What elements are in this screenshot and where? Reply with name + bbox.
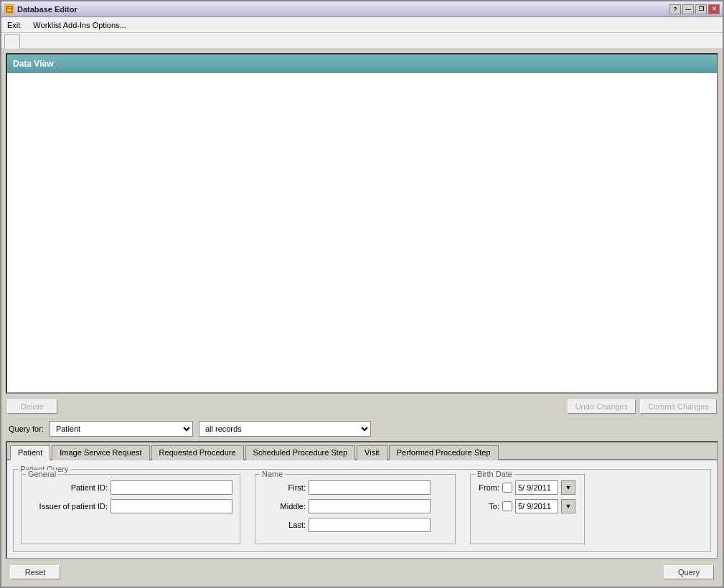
commit-button[interactable]: Commit Changes xyxy=(640,399,717,414)
first-label: First: xyxy=(263,483,306,492)
general-legend: General xyxy=(26,470,58,478)
window-controls: ? — ❐ ✕ xyxy=(669,4,720,14)
patient-id-input[interactable] xyxy=(111,480,232,495)
query-records-select[interactable]: all records selected records xyxy=(199,421,371,437)
action-bar: Delete Undo Changes Commit Changes xyxy=(6,397,718,417)
title-bar: Database Editor ? — ❐ ✕ xyxy=(1,1,723,17)
from-date-checkbox[interactable] xyxy=(502,483,512,493)
issuer-label: Issuer of patient ID: xyxy=(29,502,108,511)
patient-form-grid: General Patient ID: Issuer of patient ID… xyxy=(21,474,703,544)
patient-id-row: Patient ID: xyxy=(29,480,232,495)
app-icon xyxy=(4,4,14,14)
from-label: From: xyxy=(478,483,499,492)
reset-button[interactable]: Reset xyxy=(10,565,60,579)
query-tabs-panel: Patient Image Service Request Requested … xyxy=(6,441,718,559)
help-button[interactable]: ? xyxy=(669,4,681,14)
query-row: Query for: Patient Image Service Request… xyxy=(6,419,718,438)
query-button[interactable]: Query xyxy=(664,565,714,579)
action-bar-right: Undo Changes Commit Changes xyxy=(568,399,717,414)
last-name-row: Last: xyxy=(263,518,448,532)
last-name-input[interactable] xyxy=(309,518,431,532)
patient-id-label: Patient ID: xyxy=(29,483,108,492)
birth-date-section: Birth Date From: 5/ 9/2011 ▼ To: 5/ 9/20… xyxy=(470,474,585,544)
last-label: Last: xyxy=(263,521,306,529)
data-view-header: Data View xyxy=(7,54,717,73)
middle-label: Middle: xyxy=(263,502,306,511)
patient-query-group: Patient Query General Patient ID: Issuer… xyxy=(13,469,711,552)
tab-requested-procedure[interactable]: Requested Procedure xyxy=(151,445,244,460)
minimize-button[interactable]: — xyxy=(682,4,694,14)
delete-button[interactable]: Delete xyxy=(7,399,57,414)
main-window: Database Editor ? — ❐ ✕ Exit Worklist Ad… xyxy=(0,0,724,588)
first-name-input[interactable] xyxy=(309,480,431,495)
undo-button[interactable]: Undo Changes xyxy=(568,399,636,414)
tab-scheduled-procedure[interactable]: Scheduled Procedure Step xyxy=(245,445,355,460)
name-section: Name First: Middle: Last: xyxy=(255,474,456,544)
data-view-panel: Data View xyxy=(6,53,718,394)
tab-image-service[interactable]: Image Service Request xyxy=(52,445,149,460)
restore-button[interactable]: ❐ xyxy=(695,4,707,14)
query-label: Query for: xyxy=(9,425,44,433)
top-tab[interactable] xyxy=(4,34,20,49)
bottom-bar: Reset Query xyxy=(6,562,718,582)
data-view-body xyxy=(7,73,717,392)
name-legend: Name xyxy=(260,470,285,478)
to-label: To: xyxy=(478,502,499,511)
from-date-row: From: 5/ 9/2011 ▼ xyxy=(478,480,577,495)
tab-visit[interactable]: Visit xyxy=(357,445,387,460)
general-section: General Patient ID: Issuer of patient ID… xyxy=(21,474,240,544)
middle-name-row: Middle: xyxy=(263,499,448,513)
to-date-checkbox[interactable] xyxy=(502,501,512,511)
issuer-input[interactable] xyxy=(111,499,232,513)
middle-name-input[interactable] xyxy=(309,499,431,513)
first-name-row: First: xyxy=(263,480,448,495)
issuer-row: Issuer of patient ID: xyxy=(29,499,232,513)
patient-tab-content: Patient Query General Patient ID: Issuer… xyxy=(7,460,717,558)
top-tab-strip xyxy=(1,33,723,49)
to-date-row: To: 5/ 9/2011 ▼ xyxy=(478,499,577,513)
birth-date-legend: Birth Date xyxy=(475,470,514,478)
window-title: Database Editor xyxy=(17,5,669,14)
to-date-picker-btn[interactable]: ▼ xyxy=(561,499,575,513)
svg-rect-0 xyxy=(6,6,12,12)
from-date-value: 5/ 9/2011 xyxy=(515,480,558,495)
menu-bar: Exit Worklist Add-Ins Options... xyxy=(1,17,723,33)
close-button[interactable]: ✕ xyxy=(708,4,720,14)
menu-exit[interactable]: Exit xyxy=(4,19,23,31)
to-date-value: 5/ 9/2011 xyxy=(515,499,558,513)
menu-worklist[interactable]: Worklist Add-Ins Options... xyxy=(30,19,128,31)
tab-performed-procedure[interactable]: Performed Procedure Step xyxy=(389,445,499,460)
main-content: Data View Delete Undo Changes Commit Cha… xyxy=(1,49,723,587)
query-type-select[interactable]: Patient Image Service Request Requested … xyxy=(50,421,193,437)
from-date-picker-btn[interactable]: ▼ xyxy=(561,480,575,495)
tab-patient[interactable]: Patient xyxy=(10,445,50,460)
tab-row: Patient Image Service Request Requested … xyxy=(7,442,717,460)
